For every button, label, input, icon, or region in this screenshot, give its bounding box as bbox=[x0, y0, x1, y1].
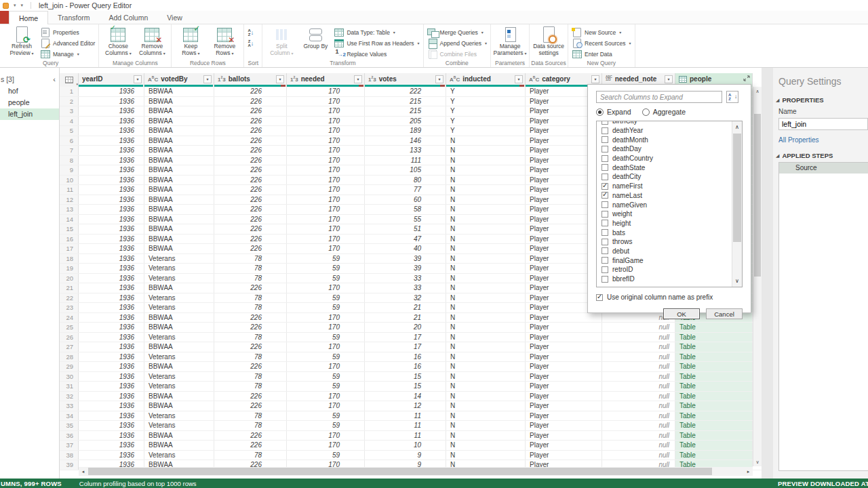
column-option-retroid[interactable]: retroID bbox=[597, 265, 742, 274]
combine-files-button[interactable]: Combine Files bbox=[426, 49, 488, 59]
checkbox[interactable] bbox=[601, 183, 608, 190]
checkbox[interactable] bbox=[601, 266, 608, 273]
table-row[interactable]: 261936Veterans785917NPlayernullTable bbox=[60, 333, 762, 343]
column-option-namelast[interactable]: nameLast bbox=[597, 191, 742, 201]
replace-values-button[interactable]: Replace Values bbox=[332, 49, 420, 59]
checkbox[interactable] bbox=[601, 127, 608, 134]
table-row[interactable]: 331936BBWAA22617012NPlayernullTable bbox=[60, 401, 762, 411]
scroll-left-icon[interactable]: ◂ bbox=[79, 467, 87, 476]
scroll-up-icon[interactable]: ∧ bbox=[753, 87, 762, 96]
sort-desc-button[interactable]: ZA↓ bbox=[246, 38, 260, 48]
table-link[interactable]: Table bbox=[679, 373, 696, 380]
column-option-bats[interactable]: bats bbox=[597, 228, 742, 237]
column-option-deathcity[interactable]: deathCity bbox=[597, 172, 742, 182]
checkbox[interactable] bbox=[601, 174, 608, 180]
tab-add-column[interactable]: Add Column bbox=[99, 11, 157, 24]
query-item-hof[interactable]: hof bbox=[0, 85, 59, 97]
column-option-deathcountry[interactable]: deathCountry bbox=[597, 154, 742, 163]
column-option-deathday[interactable]: deathDay bbox=[597, 144, 742, 154]
scroll-down-icon[interactable]: ∨ bbox=[753, 458, 762, 466]
merge-queries-button[interactable]: Merge Queries▾ bbox=[426, 27, 488, 37]
table-link[interactable]: Table bbox=[679, 422, 696, 429]
table-link[interactable]: Table bbox=[679, 363, 696, 370]
table-link[interactable]: Table bbox=[679, 323, 696, 331]
checkbox[interactable] bbox=[601, 192, 608, 199]
properties-section-header[interactable]: ◢ PROPERTIES bbox=[776, 96, 868, 104]
table-row[interactable]: 321936BBWAA22617014NPlayernullTable bbox=[60, 392, 762, 402]
tab-transform[interactable]: Transform bbox=[48, 11, 99, 24]
table-row[interactable]: 271936BBWAA22617017NPlayernullTable bbox=[60, 342, 762, 352]
ok-button[interactable]: OK bbox=[663, 308, 700, 319]
column-option-namefirst[interactable]: nameFirst bbox=[597, 182, 742, 191]
table-row[interactable]: 341936Veterans785911NPlayernullTable bbox=[60, 411, 762, 422]
manage-button[interactable]: Manage▾ bbox=[39, 49, 96, 59]
prefix-checkbox[interactable] bbox=[596, 294, 603, 301]
filter-button[interactable]: ▾ bbox=[591, 75, 599, 83]
column-option-bbrefid[interactable]: bbrefID bbox=[597, 274, 742, 284]
column-option-throws[interactable]: throws bbox=[597, 237, 742, 247]
table-row[interactable]: 291936BBWAA22617016NPlayernullTable bbox=[60, 362, 762, 372]
list-scroll-down-icon[interactable]: ∨ bbox=[732, 277, 742, 285]
sort-asc-button[interactable]: AZ↓ bbox=[246, 27, 260, 37]
checkbox[interactable] bbox=[601, 201, 608, 208]
column-option-finalgame[interactable]: finalGame bbox=[597, 256, 742, 265]
table-link[interactable]: Table bbox=[679, 382, 696, 390]
list-scroll-thumb[interactable] bbox=[733, 134, 741, 242]
expand-radio[interactable]: Expand bbox=[596, 108, 631, 116]
quick-access-dropdown-2[interactable]: ▾ bbox=[21, 2, 24, 9]
expand-column-icon[interactable] bbox=[743, 75, 750, 83]
advanced-editor-button[interactable]: Advanced Editor bbox=[39, 38, 96, 48]
cancel-button[interactable]: Cancel bbox=[706, 308, 743, 319]
data-type-table-button[interactable]: Data Type: Table▾ bbox=[332, 27, 420, 37]
checkbox[interactable] bbox=[601, 155, 608, 162]
checkbox[interactable] bbox=[601, 121, 608, 125]
checkbox[interactable] bbox=[601, 239, 608, 245]
column-option-deathyear[interactable]: deathYear bbox=[597, 126, 742, 136]
table-row[interactable]: 371936BBWAA22617010NPlayernullTable bbox=[60, 441, 762, 451]
checkbox[interactable] bbox=[601, 136, 608, 143]
refresh-preview-button[interactable]: Refresh Preview▾ bbox=[5, 25, 39, 57]
horizontal-scroll-thumb[interactable] bbox=[88, 468, 712, 475]
collapse-queries-pane-button[interactable]: ‹ bbox=[53, 75, 56, 83]
append-queries-button[interactable]: Append Queries▾ bbox=[426, 38, 488, 48]
list-scroll-up-icon[interactable]: ∧ bbox=[732, 123, 742, 131]
search-columns-input[interactable] bbox=[596, 91, 722, 103]
column-option-deathmonth[interactable]: deathMonth bbox=[597, 135, 742, 144]
checkbox[interactable] bbox=[601, 276, 608, 283]
column-header-inducted[interactable]: ABCinducted▾ bbox=[446, 73, 526, 87]
select-all-corner[interactable]: ▾ bbox=[60, 73, 79, 87]
file-tab[interactable] bbox=[0, 11, 9, 24]
column-option-debut[interactable]: debut bbox=[597, 247, 742, 256]
table-link[interactable]: Table bbox=[679, 412, 696, 420]
table-row[interactable]: 251936BBWAA22617020NPlayernullTable bbox=[60, 323, 762, 333]
checkbox[interactable] bbox=[601, 257, 608, 264]
sort-columns-button[interactable]: AZ ↓ bbox=[726, 91, 738, 103]
table-link[interactable]: Table bbox=[679, 343, 696, 350]
enter-data-button[interactable]: Enter Data bbox=[570, 49, 633, 59]
all-properties-link[interactable]: All Properties bbox=[778, 136, 868, 144]
column-header-votedby[interactable]: ABCvotedBy▾ bbox=[144, 73, 214, 87]
checkbox[interactable] bbox=[601, 164, 608, 171]
query-item-left-join[interactable]: left_join bbox=[0, 108, 59, 120]
filter-button[interactable]: ▾ bbox=[665, 75, 673, 83]
column-header-votes[interactable]: 123votes▾ bbox=[365, 73, 446, 87]
column-option-height[interactable]: height bbox=[597, 219, 742, 228]
vertical-scrollbar[interactable]: ∧ ∨ bbox=[753, 87, 762, 466]
table-row[interactable]: 361936BBWAA22617011NPlayernullTable bbox=[60, 431, 762, 441]
list-scrollbar[interactable]: ∧ ∨ bbox=[732, 121, 742, 287]
tab-home[interactable]: Home bbox=[9, 11, 48, 24]
aggregate-radio[interactable]: Aggregate bbox=[642, 108, 686, 116]
query-name-input[interactable] bbox=[778, 118, 868, 130]
column-option-namegiven[interactable]: nameGiven bbox=[597, 200, 742, 209]
filter-button[interactable]: ▾ bbox=[354, 75, 362, 83]
use-original-column-name-option[interactable]: Use original column name as prefix bbox=[596, 293, 743, 301]
column-header-needed[interactable]: 123needed▾ bbox=[287, 73, 365, 87]
table-link[interactable]: Table bbox=[679, 451, 696, 459]
checkbox[interactable] bbox=[601, 211, 608, 218]
column-header-yearid[interactable]: yearID▾ bbox=[79, 73, 144, 87]
checkbox[interactable] bbox=[601, 220, 608, 226]
table-row[interactable]: 281936Veterans785916NPlayernullTable bbox=[60, 352, 762, 363]
table-link[interactable]: Table bbox=[679, 432, 696, 439]
table-link[interactable]: Table bbox=[679, 402, 696, 409]
table-row[interactable]: 381936Veterans78599NPlayernullTable bbox=[60, 451, 762, 461]
